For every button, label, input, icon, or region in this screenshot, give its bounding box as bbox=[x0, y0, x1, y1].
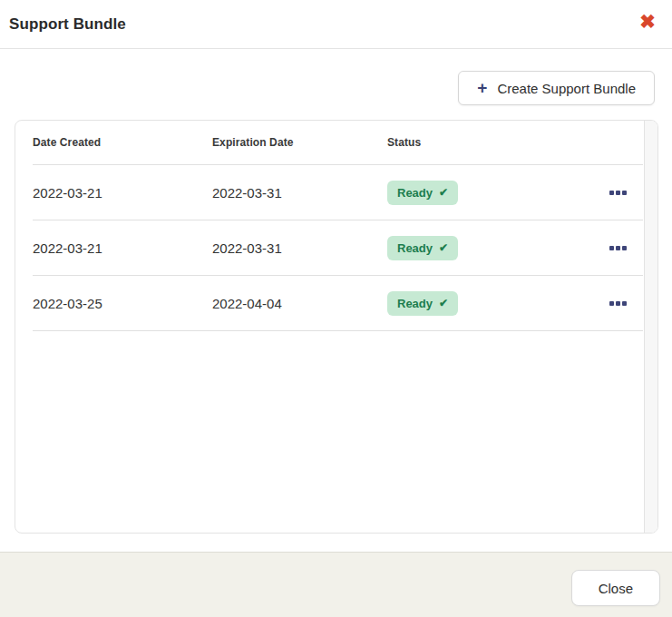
plus-icon: + bbox=[477, 79, 487, 96]
check-icon: ✔ bbox=[439, 242, 448, 253]
table-content: Date Created Expiration Date Status 2022… bbox=[15, 121, 643, 533]
modal-title: Support Bundle bbox=[9, 15, 126, 34]
close-icon: ✖ bbox=[639, 12, 656, 31]
check-icon: ✔ bbox=[439, 298, 448, 308]
table-row: 2022-03-21 2022-03-31 Ready ✔ bbox=[15, 165, 643, 220]
status-badge-label: Ready bbox=[397, 186, 433, 200]
table-header-row: Date Created Expiration Date Status bbox=[15, 121, 643, 164]
status-badge: Ready ✔ bbox=[387, 291, 458, 316]
table-row: 2022-03-21 2022-03-31 Ready ✔ bbox=[15, 220, 643, 275]
status-badge: Ready ✔ bbox=[387, 236, 458, 260]
more-actions-button[interactable] bbox=[606, 185, 630, 201]
status-badge-label: Ready bbox=[397, 241, 433, 255]
modal-header: Support Bundle ✖ bbox=[0, 0, 672, 49]
cell-date-created: 2022-03-21 bbox=[33, 185, 212, 201]
close-button[interactable]: ✖ bbox=[634, 8, 661, 35]
modal-footer: Close bbox=[0, 552, 672, 617]
cell-date-created: 2022-03-21 bbox=[33, 240, 212, 256]
status-badge: Ready ✔ bbox=[387, 181, 458, 205]
table-scrollbar[interactable] bbox=[644, 121, 657, 533]
status-badge-label: Ready bbox=[397, 297, 433, 310]
column-header-status: Status bbox=[387, 136, 550, 149]
more-actions-button[interactable] bbox=[606, 296, 630, 311]
row-divider bbox=[33, 330, 643, 331]
ellipsis-icon bbox=[609, 246, 627, 250]
column-header-expiration-date: Expiration Date bbox=[212, 136, 387, 149]
create-support-bundle-button[interactable]: + Create Support Bundle bbox=[458, 71, 655, 105]
cell-expiration-date: 2022-03-31 bbox=[212, 240, 387, 256]
cell-expiration-date: 2022-03-31 bbox=[212, 185, 387, 201]
support-bundle-table: Date Created Expiration Date Status 2022… bbox=[15, 120, 658, 534]
cell-expiration-date: 2022-04-04 bbox=[212, 296, 387, 311]
ellipsis-icon bbox=[609, 301, 627, 306]
create-support-bundle-label: Create Support Bundle bbox=[497, 81, 636, 96]
more-actions-button[interactable] bbox=[606, 240, 630, 256]
ellipsis-icon bbox=[609, 191, 627, 195]
close-modal-button[interactable]: Close bbox=[571, 570, 660, 606]
column-header-date-created: Date Created bbox=[33, 136, 212, 149]
cell-date-created: 2022-03-25 bbox=[33, 296, 212, 311]
table-row: 2022-03-25 2022-04-04 Ready ✔ bbox=[15, 276, 643, 330]
check-icon: ✔ bbox=[439, 187, 448, 198]
